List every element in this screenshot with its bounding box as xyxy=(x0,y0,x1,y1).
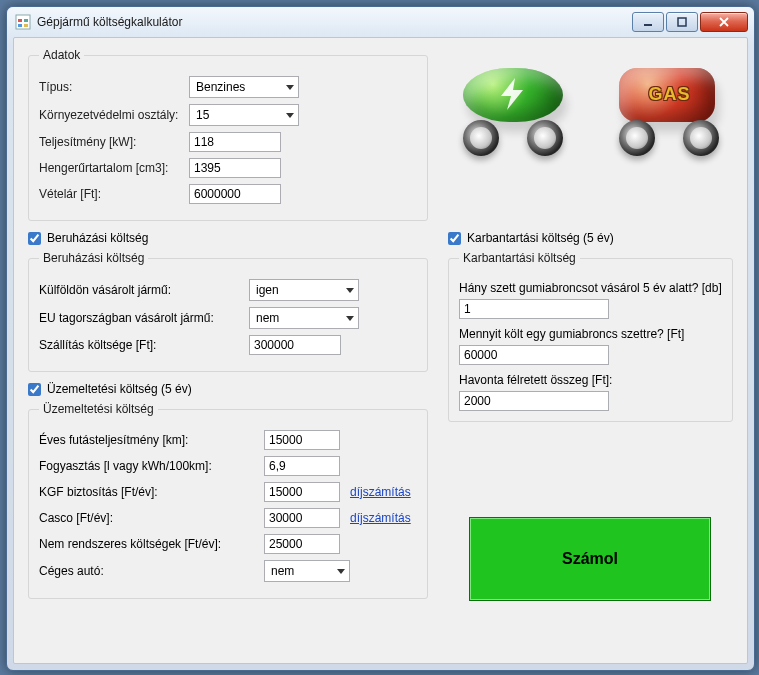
tipus-select[interactable]: Benzines xyxy=(189,76,299,98)
close-button[interactable] xyxy=(700,12,748,32)
uzemeltetes-group: Üzemeltetési költség Éves futásteljesítm… xyxy=(28,402,428,599)
gas-car-image: GAS xyxy=(609,58,729,158)
beruhazas-group: Beruházási költség Külföldön vásárolt já… xyxy=(28,251,428,372)
szamol-label: Számol xyxy=(562,550,618,568)
minimize-button[interactable] xyxy=(632,12,664,32)
electric-car-image xyxy=(453,58,573,158)
casco-dijszamitas-link[interactable]: díjszámítás xyxy=(350,511,411,525)
casco-label: Casco [Ft/év]: xyxy=(39,511,264,525)
bolt-icon xyxy=(495,76,531,112)
ceges-select[interactable]: nem xyxy=(264,560,350,582)
eves-input[interactable] xyxy=(264,430,340,450)
beruhazas-chk-label: Beruházási költség xyxy=(47,231,148,245)
tipus-label: Típus: xyxy=(39,80,189,94)
uzemeltetes-legend: Üzemeltetési költség xyxy=(39,402,158,416)
gumi-ft-input[interactable] xyxy=(459,345,609,365)
telj-input[interactable] xyxy=(189,132,281,152)
vetelar-label: Vételár [Ft]: xyxy=(39,187,189,201)
korny-select[interactable]: 15 xyxy=(189,104,299,126)
nemrend-label: Nem rendszeres költségek [Ft/év]: xyxy=(39,537,264,551)
kgf-label: KGF biztosítás [Ft/év]: xyxy=(39,485,264,499)
gas-text: GAS xyxy=(649,84,691,105)
vehicle-images: GAS xyxy=(448,48,733,166)
henger-label: Hengerűrtartalom [cm3]: xyxy=(39,161,189,175)
karbantartas-legend: Karbantartási költség xyxy=(459,251,580,265)
svg-rect-1 xyxy=(18,19,22,22)
korny-label: Környezetvédelmi osztály: xyxy=(39,108,189,122)
havonta-label: Havonta félretett összeg [Ft]: xyxy=(459,373,722,387)
ceges-value: nem xyxy=(271,564,294,578)
telj-label: Teljesítmény [kW]: xyxy=(39,135,189,149)
ceges-label: Céges autó: xyxy=(39,564,264,578)
karbantartas-group: Karbantartási költség Hány szett gumiabr… xyxy=(448,251,733,422)
tipus-value: Benzines xyxy=(196,80,245,94)
eu-label: EU tagországban vásárolt jármű: xyxy=(39,311,249,325)
svg-rect-3 xyxy=(18,24,22,27)
kulfold-value: igen xyxy=(256,283,279,297)
eu-value: nem xyxy=(256,311,279,325)
kulfold-label: Külföldön vásárolt jármű: xyxy=(39,283,249,297)
chevron-down-icon xyxy=(286,113,294,118)
beruhazas-checkbox[interactable] xyxy=(28,232,41,245)
kgf-input[interactable] xyxy=(264,482,340,502)
uzemeltetes-chk-label: Üzemeltetési költség (5 év) xyxy=(47,382,192,396)
window-buttons xyxy=(632,12,748,32)
chevron-down-icon xyxy=(346,316,354,321)
kgf-dijszamitas-link[interactable]: díjszámítás xyxy=(350,485,411,499)
svg-rect-5 xyxy=(644,24,652,26)
uzemeltetes-checkbox[interactable] xyxy=(28,383,41,396)
szallitas-input[interactable] xyxy=(249,335,341,355)
client-area: Adatok Típus: Benzines Környezetvédelmi … xyxy=(13,37,748,664)
casco-input[interactable] xyxy=(264,508,340,528)
fogy-input[interactable] xyxy=(264,456,340,476)
window-title: Gépjármű költségkalkulátor xyxy=(37,15,632,29)
eves-label: Éves futásteljesítmény [km]: xyxy=(39,433,264,447)
gumi-ft-label: Mennyit költ egy gumiabroncs szettre? [F… xyxy=(459,327,722,341)
svg-rect-4 xyxy=(24,24,28,27)
adatok-group: Adatok Típus: Benzines Környezetvédelmi … xyxy=(28,48,428,221)
korny-value: 15 xyxy=(196,108,209,122)
chevron-down-icon xyxy=(337,569,345,574)
karbantartas-chk-label: Karbantartási költség (5 év) xyxy=(467,231,614,245)
chevron-down-icon xyxy=(286,85,294,90)
kulfold-select[interactable]: igen xyxy=(249,279,359,301)
svg-rect-6 xyxy=(678,18,686,26)
gumi-db-label: Hány szett gumiabroncsot vásárol 5 év al… xyxy=(459,281,722,295)
nemrend-input[interactable] xyxy=(264,534,340,554)
titlebar: Gépjármű költségkalkulátor xyxy=(7,7,754,37)
svg-rect-2 xyxy=(24,19,28,22)
havonta-input[interactable] xyxy=(459,391,609,411)
vetelar-input[interactable] xyxy=(189,184,281,204)
adatok-legend: Adatok xyxy=(39,48,84,62)
szamol-button[interactable]: Számol xyxy=(469,517,711,601)
gumi-db-input[interactable] xyxy=(459,299,609,319)
fogy-label: Fogyasztás [l vagy kWh/100km]: xyxy=(39,459,264,473)
eu-select[interactable]: nem xyxy=(249,307,359,329)
karbantartas-checkbox[interactable] xyxy=(448,232,461,245)
app-icon xyxy=(15,14,31,30)
szallitas-label: Szállítás költsége [Ft]: xyxy=(39,338,249,352)
chevron-down-icon xyxy=(346,288,354,293)
maximize-button[interactable] xyxy=(666,12,698,32)
henger-input[interactable] xyxy=(189,158,281,178)
app-window: Gépjármű költségkalkulátor Adatok Típus: xyxy=(6,6,755,671)
beruhazas-legend: Beruházási költség xyxy=(39,251,148,265)
